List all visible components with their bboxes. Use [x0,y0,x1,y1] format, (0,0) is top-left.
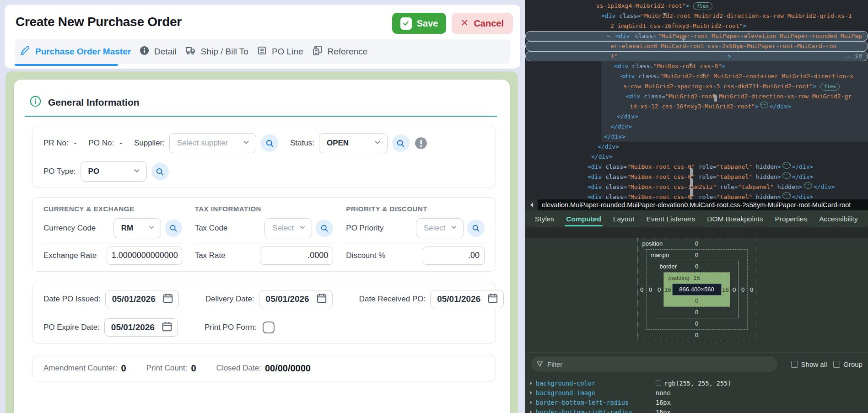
breadcrumb-back-button[interactable] [525,199,538,210]
print-po-form-checkbox[interactable] [263,322,275,333]
ellipsis-expand-icon[interactable] [804,182,812,189]
tax-header: TAX INFORMATION [195,205,334,213]
status-search-button[interactable] [392,134,410,152]
tax-search-button[interactable] [316,220,333,237]
tab-ship-bill-to[interactable]: Ship / Bill To [181,45,253,59]
elements-tree-row[interactable]: s-row MuiGrid2-spacing-xs-3 css-dkd71f-M… [525,81,868,91]
tab-reference[interactable]: Reference [307,45,372,59]
tab-computed[interactable]: Computed [560,210,607,227]
elements-tree-row[interactable]: <div class="MuiBox-root css-1sm2s1z" rol… [525,182,868,192]
priority-header: PRIORITY & DISCOUNT [346,205,485,213]
tax-rate-input[interactable]: .0000 [260,247,333,265]
tab-detail[interactable]: Detail [135,45,181,58]
currency-code-label: Currency Code [43,224,96,233]
po-type-search-button[interactable] [151,163,169,180]
breadcrumb: elevation.MuiPaper-rounded.MuiPaper-elev… [542,201,851,209]
supplier-select[interactable]: Select supplier [169,133,256,153]
ellipsis-expand-icon[interactable] [760,102,768,108]
elements-tree-row[interactable]: </div> [525,112,868,122]
tab-event-listeners[interactable]: Event Listeners [640,210,701,227]
elements-tree-row[interactable]: id-xs-12 css-16fnxy3-MuiGrid2-root"></di… [525,102,868,112]
elements-tree-row[interactable]: ⋯<div class="MuiPaper-root MuiPaper-elev… [525,31,868,41]
currency-search-button[interactable] [165,220,182,237]
elements-tree-row[interactable]: <div class="MuiBox-root css-0" role="tab… [525,172,868,182]
filter-input[interactable] [531,360,777,368]
elements-tree-row[interactable]: </div> [525,142,868,152]
status-select[interactable]: OPEN [319,133,388,153]
po-priority-select[interactable]: Select [416,218,464,238]
elements-tree-row[interactable]: <div class="MuiBox-root css-0" role="tab… [525,162,868,172]
page-title: Create New Purchase Order [16,15,182,29]
delivery-date-input[interactable]: 05/01/2026 [259,290,333,308]
tab-purchase-order-master[interactable]: Purchase Order Master [16,45,135,59]
elements-tree-row[interactable]: <div class="MuiGrid2-root MuiGrid2-direc… [525,91,868,102]
save-check-icon [400,17,412,30]
discount-input[interactable]: .00 [423,247,485,265]
computed-property-row[interactable]: background-image none [525,388,868,397]
save-label: Save [417,18,438,29]
tax-code-select[interactable]: Select [264,218,312,238]
group-checkbox[interactable] [833,361,840,368]
elements-tree-row[interactable]: ss-1pi8xg4-MuiGrid2-root">flex [525,1,868,11]
expand-arrow-icon [530,391,532,395]
po-line-icon [257,45,267,58]
elements-tree: ss-1pi8xg4-MuiGrid2-root">flex<div class… [525,0,868,199]
tab-styles[interactable]: Styles [529,210,560,227]
date-po-issued-label: Date PO Issued: [43,295,101,304]
show-all-checkbox[interactable] [791,361,798,368]
cancel-button[interactable]: Cancel [452,13,513,34]
section-title: General Information [48,97,140,108]
priority-search-button[interactable] [467,220,485,237]
tab-accessibility[interactable]: Accessibility [813,210,863,227]
po-no-value: - [119,139,122,148]
date-po-issued-input[interactable]: 05/01/2026 [105,290,179,308]
delivery-date-label: Delivery Date: [205,295,254,304]
currency-code-select[interactable]: RM [113,218,161,238]
flex-badge[interactable]: flex [693,2,713,10]
purchase-order-app: Create New Purchase Order Save Cancel [0,0,525,413]
elements-tree-row[interactable]: t"> == $0 [525,51,868,61]
gutter-more-icon: ⋯ [607,31,611,41]
computed-property-row[interactable]: border-bottom-left-radius 16px [525,397,868,407]
elements-tree-row[interactable]: <div class="MuiBox-root css-0"> [525,61,868,71]
ellipsis-expand-icon[interactable] [782,162,791,169]
save-button[interactable]: Save [392,13,447,34]
box-model-border[interactable]: border 0 0 padding 15 [655,261,739,318]
tab-po-line[interactable]: PO Line [253,45,307,58]
chevron-left-icon [530,203,533,207]
ellipsis-expand-icon[interactable] [782,192,791,199]
tab-layout[interactable]: Layout [607,210,641,227]
exchange-rate-input[interactable]: 1.0000000000000 [107,247,182,265]
po-no-label: PO No: [88,139,114,148]
po-type-select[interactable]: PO [81,161,147,182]
elements-tree-row[interactable]: <div class="MuiGrid2-root MuiGrid2-conta… [525,71,868,81]
box-model-content[interactable]: 866.400×560 [672,284,722,295]
header-actions: Save Cancel [392,13,513,34]
tab-properties[interactable]: Properties [769,210,814,227]
tab-dom-breakpoints[interactable]: DOM Breakpoints [701,210,769,227]
section-divider [25,116,497,117]
po-expire-date-input[interactable]: 05/01/2026 [104,318,178,337]
ellipsis-expand-icon[interactable] [782,172,791,179]
box-model-margin[interactable]: margin 0 0 border 0 0 [646,249,748,330]
elements-tree-row[interactable]: </div> [525,132,868,142]
print-count-value: 0 [191,363,196,374]
priority-column: PRIORITY & DISCOUNT PO Priority Select [346,205,485,268]
devtools-panel: ss-1pi8xg4-MuiGrid2-root">flex<div class… [525,0,868,413]
elements-tree-row[interactable]: </div> [525,122,868,132]
elements-tree-row[interactable]: <div class="MuiGrid2-root MuiGrid2-direc… [525,11,868,21]
flex-badge[interactable]: flex [820,83,840,91]
computed-property-row[interactable]: border-bottom-right-radius 16px [525,407,868,413]
box-model[interactable]: position 0 0 margin 0 0 [637,238,756,341]
date-received-po-input[interactable]: 05/01/2026 [430,290,504,308]
elements-tree-row[interactable]: </div> [525,152,868,162]
elements-tree-row[interactable]: 2 imgGird1 css-16fnxy3-MuiGrid2-root"> [525,21,868,31]
computed-property-row[interactable]: background-color rgb(255, 255, 255) [525,378,868,388]
elements-tree-row[interactable]: er-elevation0 MuiCard-root css-2s58ym-Mu… [525,41,868,51]
supplier-search-button[interactable] [261,134,278,152]
computed-pane: position 0 0 margin 0 0 [525,238,868,413]
box-model-padding[interactable]: padding 15 16 866.400×560 16 [663,272,730,307]
header-panel: Create New Purchase Order Save Cancel [5,5,520,69]
pr-no-value: - [74,139,77,148]
elements-tree-row[interactable]: <div class="MuiBox-root css-0" role="tab… [525,192,868,199]
